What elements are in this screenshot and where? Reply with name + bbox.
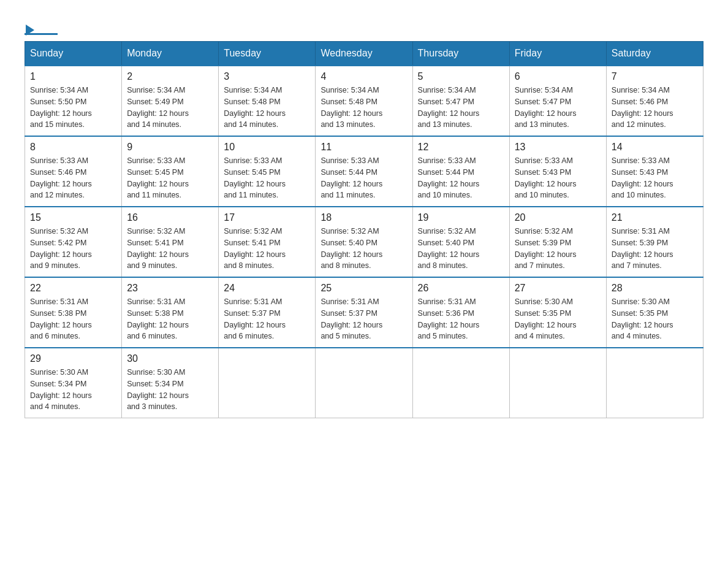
day-info: Sunrise: 5:34 AMSunset: 5:48 PMDaylight:… xyxy=(224,86,286,129)
day-number: 11 xyxy=(320,142,407,153)
day-info: Sunrise: 5:30 AMSunset: 5:35 PMDaylight:… xyxy=(612,297,673,340)
day-number: 13 xyxy=(515,142,601,153)
calendar-cell xyxy=(509,348,606,418)
header-sunday: Sunday xyxy=(25,42,122,66)
day-number: 15 xyxy=(30,212,116,223)
day-info: Sunrise: 5:34 AMSunset: 5:49 PMDaylight:… xyxy=(127,86,189,129)
day-number: 14 xyxy=(612,142,698,153)
day-number: 21 xyxy=(612,212,698,223)
header-wednesday: Wednesday xyxy=(316,42,412,66)
calendar-cell: 21 Sunrise: 5:31 AMSunset: 5:39 PMDaylig… xyxy=(606,207,703,277)
header-thursday: Thursday xyxy=(412,42,509,66)
day-info: Sunrise: 5:32 AMSunset: 5:41 PMDaylight:… xyxy=(127,227,189,270)
day-number: 28 xyxy=(612,283,698,294)
calendar-cell: 28 Sunrise: 5:30 AMSunset: 5:35 PMDaylig… xyxy=(606,277,703,348)
day-info: Sunrise: 5:33 AMSunset: 5:43 PMDaylight:… xyxy=(612,156,673,199)
calendar-cell: 6 Sunrise: 5:34 AMSunset: 5:47 PMDayligh… xyxy=(509,66,606,136)
calendar-cell: 17 Sunrise: 5:32 AMSunset: 5:41 PMDaylig… xyxy=(219,207,316,277)
day-number: 6 xyxy=(515,71,601,82)
day-number: 30 xyxy=(127,353,213,364)
day-number: 16 xyxy=(127,212,213,223)
day-info: Sunrise: 5:33 AMSunset: 5:43 PMDaylight:… xyxy=(515,156,577,199)
calendar-cell: 15 Sunrise: 5:32 AMSunset: 5:42 PMDaylig… xyxy=(25,207,122,277)
calendar-cell: 18 Sunrise: 5:32 AMSunset: 5:40 PMDaylig… xyxy=(316,207,412,277)
logo xyxy=(25,25,59,35)
calendar-cell xyxy=(219,348,316,418)
day-info: Sunrise: 5:32 AMSunset: 5:40 PMDaylight:… xyxy=(418,227,480,270)
day-number: 1 xyxy=(30,71,116,82)
day-info: Sunrise: 5:31 AMSunset: 5:38 PMDaylight:… xyxy=(127,297,189,340)
day-info: Sunrise: 5:33 AMSunset: 5:46 PMDaylight:… xyxy=(30,156,92,199)
calendar-cell: 9 Sunrise: 5:33 AMSunset: 5:45 PMDayligh… xyxy=(122,136,219,207)
calendar-cell: 16 Sunrise: 5:32 AMSunset: 5:41 PMDaylig… xyxy=(122,207,219,277)
calendar-cell: 2 Sunrise: 5:34 AMSunset: 5:49 PMDayligh… xyxy=(122,66,219,136)
header-monday: Monday xyxy=(122,42,219,66)
day-number: 22 xyxy=(30,283,116,294)
day-number: 8 xyxy=(30,142,116,153)
calendar-cell: 30 Sunrise: 5:30 AMSunset: 5:34 PMDaylig… xyxy=(122,348,219,418)
day-info: Sunrise: 5:32 AMSunset: 5:41 PMDaylight:… xyxy=(224,227,286,270)
calendar-cell xyxy=(412,348,509,418)
day-info: Sunrise: 5:33 AMSunset: 5:45 PMDaylight:… xyxy=(127,156,189,199)
day-info: Sunrise: 5:31 AMSunset: 5:36 PMDaylight:… xyxy=(418,297,480,340)
day-info: Sunrise: 5:32 AMSunset: 5:40 PMDaylight:… xyxy=(320,227,382,270)
page-header xyxy=(25,18,703,35)
calendar-cell: 4 Sunrise: 5:34 AMSunset: 5:48 PMDayligh… xyxy=(316,66,412,136)
calendar-cell: 11 Sunrise: 5:33 AMSunset: 5:44 PMDaylig… xyxy=(316,136,412,207)
day-number: 27 xyxy=(515,283,601,294)
header-saturday: Saturday xyxy=(606,42,703,66)
day-info: Sunrise: 5:34 AMSunset: 5:47 PMDaylight:… xyxy=(418,86,480,129)
week-row-2: 8 Sunrise: 5:33 AMSunset: 5:46 PMDayligh… xyxy=(25,136,703,207)
day-info: Sunrise: 5:34 AMSunset: 5:47 PMDaylight:… xyxy=(515,86,577,129)
calendar-cell: 3 Sunrise: 5:34 AMSunset: 5:48 PMDayligh… xyxy=(219,66,316,136)
calendar-cell xyxy=(316,348,412,418)
day-info: Sunrise: 5:30 AMSunset: 5:35 PMDaylight:… xyxy=(515,297,577,340)
calendar-cell: 12 Sunrise: 5:33 AMSunset: 5:44 PMDaylig… xyxy=(412,136,509,207)
day-number: 29 xyxy=(30,353,116,364)
calendar-cell: 27 Sunrise: 5:30 AMSunset: 5:35 PMDaylig… xyxy=(509,277,606,348)
calendar-cell: 14 Sunrise: 5:33 AMSunset: 5:43 PMDaylig… xyxy=(606,136,703,207)
header-friday: Friday xyxy=(509,42,606,66)
calendar-cell: 22 Sunrise: 5:31 AMSunset: 5:38 PMDaylig… xyxy=(25,277,122,348)
day-info: Sunrise: 5:30 AMSunset: 5:34 PMDaylight:… xyxy=(127,368,189,411)
day-number: 7 xyxy=(612,71,698,82)
day-info: Sunrise: 5:31 AMSunset: 5:37 PMDaylight:… xyxy=(224,297,286,340)
day-number: 3 xyxy=(224,71,310,82)
day-number: 23 xyxy=(127,283,213,294)
day-number: 25 xyxy=(320,283,407,294)
day-info: Sunrise: 5:34 AMSunset: 5:48 PMDaylight:… xyxy=(320,86,382,129)
calendar-cell: 25 Sunrise: 5:31 AMSunset: 5:37 PMDaylig… xyxy=(316,277,412,348)
day-number: 19 xyxy=(418,212,504,223)
header-tuesday: Tuesday xyxy=(219,42,316,66)
day-number: 10 xyxy=(224,142,310,153)
calendar-cell: 10 Sunrise: 5:33 AMSunset: 5:45 PMDaylig… xyxy=(219,136,316,207)
calendar-header-row: SundayMondayTuesdayWednesdayThursdayFrid… xyxy=(25,42,703,66)
day-info: Sunrise: 5:33 AMSunset: 5:45 PMDaylight:… xyxy=(224,156,286,199)
calendar-cell: 24 Sunrise: 5:31 AMSunset: 5:37 PMDaylig… xyxy=(219,277,316,348)
day-info: Sunrise: 5:34 AMSunset: 5:50 PMDaylight:… xyxy=(30,86,92,129)
day-number: 9 xyxy=(127,142,213,153)
calendar-cell: 13 Sunrise: 5:33 AMSunset: 5:43 PMDaylig… xyxy=(509,136,606,207)
day-info: Sunrise: 5:33 AMSunset: 5:44 PMDaylight:… xyxy=(418,156,480,199)
day-info: Sunrise: 5:33 AMSunset: 5:44 PMDaylight:… xyxy=(320,156,382,199)
day-info: Sunrise: 5:31 AMSunset: 5:39 PMDaylight:… xyxy=(612,227,673,270)
calendar-cell: 7 Sunrise: 5:34 AMSunset: 5:46 PMDayligh… xyxy=(606,66,703,136)
day-info: Sunrise: 5:31 AMSunset: 5:37 PMDaylight:… xyxy=(320,297,382,340)
calendar-cell xyxy=(606,348,703,418)
week-row-4: 22 Sunrise: 5:31 AMSunset: 5:38 PMDaylig… xyxy=(25,277,703,348)
calendar-cell: 1 Sunrise: 5:34 AMSunset: 5:50 PMDayligh… xyxy=(25,66,122,136)
day-info: Sunrise: 5:34 AMSunset: 5:46 PMDaylight:… xyxy=(612,86,673,129)
calendar-cell: 26 Sunrise: 5:31 AMSunset: 5:36 PMDaylig… xyxy=(412,277,509,348)
calendar-cell: 23 Sunrise: 5:31 AMSunset: 5:38 PMDaylig… xyxy=(122,277,219,348)
week-row-1: 1 Sunrise: 5:34 AMSunset: 5:50 PMDayligh… xyxy=(25,66,703,136)
day-number: 5 xyxy=(418,71,504,82)
day-number: 4 xyxy=(320,71,407,82)
day-number: 26 xyxy=(418,283,504,294)
day-number: 20 xyxy=(515,212,601,223)
day-info: Sunrise: 5:30 AMSunset: 5:34 PMDaylight:… xyxy=(30,368,92,411)
day-number: 24 xyxy=(224,283,310,294)
week-row-5: 29 Sunrise: 5:30 AMSunset: 5:34 PMDaylig… xyxy=(25,348,703,418)
day-number: 18 xyxy=(320,212,407,223)
day-number: 17 xyxy=(224,212,310,223)
week-row-3: 15 Sunrise: 5:32 AMSunset: 5:42 PMDaylig… xyxy=(25,207,703,277)
